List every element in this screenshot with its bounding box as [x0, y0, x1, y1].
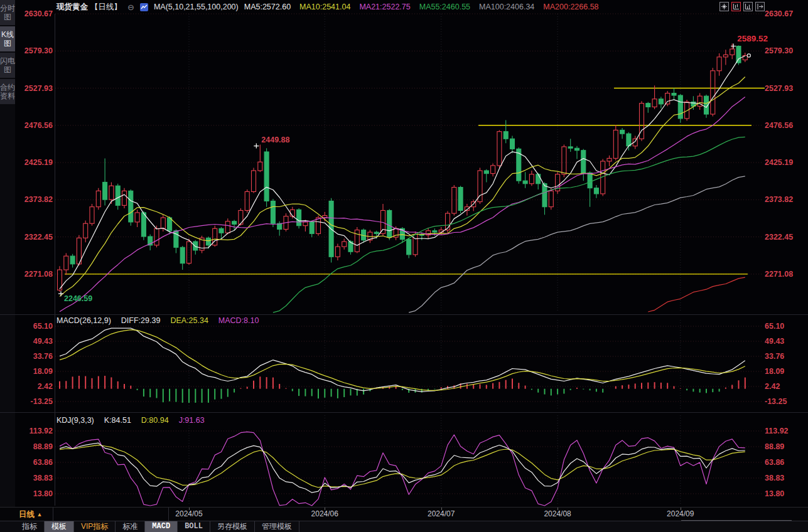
tab-BOLL[interactable]: BOLL	[178, 521, 210, 532]
trading-app: 分时图K线图闪电图合约资料 现货黄金 【日线】 ⊖ MA(5,10,21,55,…	[0, 0, 808, 532]
y-axis-label-right-kdj: 63.86	[765, 458, 806, 467]
y-axis-label-right-macd: 65.10	[765, 322, 806, 331]
y-axis-label-right-price: 2425.19	[765, 158, 806, 167]
y-axis-label-right-macd: 33.76	[765, 352, 806, 361]
x-axis-tick	[189, 508, 190, 510]
macd-dea-value: DEA:25.34	[170, 316, 208, 325]
x-axis-label: 2024/05	[167, 509, 211, 518]
x-axis-label: 2024/07	[419, 509, 463, 518]
svg-text:2246.59: 2246.59	[64, 294, 92, 303]
y-axis-label-left-macd: 2.42	[16, 382, 53, 391]
y-axis-label-right-macd: 49.43	[765, 337, 806, 346]
y-axis-label-left-price: 2476.56	[16, 121, 53, 130]
x-axis-label: 2024/08	[536, 509, 579, 518]
y-axis-label-right-price: 2527.93	[765, 84, 806, 93]
kdj-j-value: J:91.63	[179, 416, 205, 425]
macd-params-label: MACD(26,12,9)	[57, 316, 111, 325]
tab-指标[interactable]: 指标	[15, 521, 45, 532]
y-axis-label-left-macd: 18.09	[16, 367, 53, 376]
x-axis-tick	[325, 508, 325, 510]
y-axis-label-left-price: 2630.67	[16, 9, 53, 18]
y-axis-label-right-price: 2271.08	[765, 270, 806, 279]
tab-VIP指标[interactable]: VIP指标	[74, 521, 116, 532]
kdj-params-label: KDJ(9,3,3)	[57, 416, 94, 425]
y-axis-label-left-kdj: 13.80	[16, 489, 53, 498]
y-axis-label-left-kdj: 38.83	[16, 474, 53, 482]
tab-标准[interactable]: 标准	[116, 521, 145, 532]
svg-text:2589.52: 2589.52	[737, 34, 768, 43]
y-axis-label-right-price: 2476.56	[765, 121, 806, 130]
y-axis-label-right-price: 2579.30	[765, 46, 806, 55]
tab-模板[interactable]: 模板	[45, 521, 74, 532]
x-axis-tick	[441, 508, 442, 510]
macd-macd-value: MACD:8.10	[218, 316, 259, 325]
y-axis-label-left-macd: 49.43	[16, 337, 53, 346]
y-axis-label-right-kdj: 38.83	[765, 474, 806, 482]
y-axis-label-right-price: 2322.45	[765, 233, 806, 242]
y-axis-label-left-price: 2579.30	[16, 46, 53, 55]
x-axis-tick	[681, 508, 681, 510]
chart-canvas[interactable]: 2246.592449.882589.52	[0, 0, 808, 532]
y-axis-label-right-kdj: 88.89	[765, 442, 806, 451]
y-axis-label-left-kdj: 63.86	[16, 458, 53, 467]
y-axis-label-left-price: 2527.93	[16, 84, 53, 93]
date-axis-row: 日线 ▲ 2024/052024/062024/072024/082024/09	[0, 507, 808, 521]
x-axis-label: 2024/06	[303, 509, 347, 518]
y-axis-label-right-price: 2373.82	[765, 195, 806, 204]
y-axis-label-left-macd: 33.76	[16, 352, 53, 361]
y-axis-label-left-price: 2373.82	[16, 195, 53, 204]
y-axis-label-right-kdj: 113.92	[765, 427, 806, 435]
y-axis-label-right-price: 2630.67	[765, 9, 806, 18]
macd-diff-value: DIFF:29.39	[121, 316, 161, 325]
y-axis-label-right-kdj: 13.80	[765, 489, 806, 498]
y-axis-label-right-macd: 18.09	[765, 367, 806, 376]
kdj-header: KDJ(9,3,3) K:84.51 D:80.94 J:91.63	[57, 416, 205, 425]
period-dropdown-arrow-icon: ▲	[36, 511, 42, 518]
y-axis-label-left-macd: -13.25	[16, 397, 53, 406]
tab-MACD[interactable]: MACD	[145, 521, 178, 532]
macd-header: MACD(26,12,9) DIFF:29.39 DEA:25.34 MACD:…	[57, 316, 259, 325]
y-axis-label-left-price: 2271.08	[16, 270, 53, 279]
kdj-d-value: D:80.94	[141, 416, 169, 425]
x-axis-label: 2024/09	[659, 509, 703, 518]
period-selector-label: 日线	[19, 510, 35, 519]
y-axis-label-left-price: 2322.45	[16, 233, 53, 242]
tab-另存模板[interactable]: 另存模板	[210, 521, 255, 532]
y-axis-label-left-macd: 65.10	[16, 322, 53, 331]
y-axis-label-left-kdj: 88.89	[16, 442, 53, 451]
y-axis-label-left-price: 2425.19	[16, 158, 53, 167]
tab-管理模板[interactable]: 管理模板	[255, 521, 299, 532]
y-axis-label-right-macd: -13.25	[765, 397, 806, 406]
y-axis-label-left-kdj: 113.92	[16, 427, 53, 435]
svg-text:2449.88: 2449.88	[261, 136, 289, 144]
y-axis-label-right-macd: 2.42	[765, 382, 806, 391]
period-selector[interactable]: 日线 ▲	[19, 509, 42, 520]
x-axis-tick	[558, 508, 558, 510]
indicator-tab-bar: 指标模板VIP指标标准MACDBOLL另存模板管理模板	[0, 521, 808, 532]
kdj-k-value: K:84.51	[104, 416, 131, 425]
